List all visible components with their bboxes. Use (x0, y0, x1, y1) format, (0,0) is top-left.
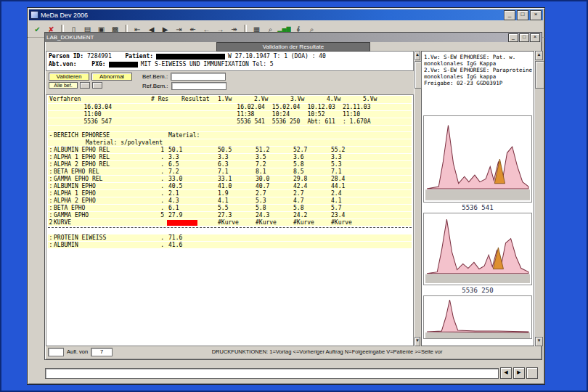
row-marker: : (48, 183, 54, 189)
command-input[interactable] (45, 368, 499, 379)
abnormal-button[interactable]: Abnormal (91, 73, 132, 81)
report-remark-input[interactable] (171, 73, 226, 81)
result-row[interactable]: :BETA EPHO.6.15.55.85.85.7 (48, 205, 412, 211)
densitometry-trace (427, 300, 528, 332)
report-content: 1.Vw: S-EW EPHORESE: Pat. w. monoklonale… (421, 51, 534, 346)
child-title-bar[interactable]: LAB_DOKUMENT _ □ × (45, 33, 542, 42)
result-row[interactable]: :ALBUMIN EPHO.40.541.040.742.444.1 (48, 183, 412, 189)
close-button[interactable]: × (530, 10, 542, 20)
result-row[interactable]: :PROTEIN EIWEISS.71.6 (48, 234, 412, 241)
scroll-right-icon[interactable]: ▶ (513, 367, 525, 379)
person-id-value: 7284991 (87, 53, 112, 60)
history-date: 10.12.03 (306, 104, 341, 110)
alert-result-cell[interactable] (167, 220, 197, 226)
history-value: 2.7 (292, 190, 330, 197)
scrollbar-thumb[interactable] (535, 61, 544, 89)
history-value: 4.7 (292, 197, 330, 204)
history-value: 7.1 (216, 168, 254, 175)
app-icon (30, 11, 38, 19)
date-row: 16.03.04 16.02.04 15.02.04 10.12.03 21.1… (48, 104, 412, 110)
current-result: 3.3 (167, 154, 216, 160)
test-name: KURVE (54, 219, 150, 226)
history-value: 55.2 (330, 147, 367, 153)
table-vertical-scrollbar[interactable]: ▲ ▼ (414, 51, 420, 346)
scrollbar-track[interactable] (415, 60, 420, 337)
history-value: 51.2 (254, 147, 292, 153)
option-button-1[interactable] (80, 82, 90, 89)
history-value: 4.1 (330, 197, 367, 204)
current-time: 11:00 (53, 111, 173, 118)
current-result: 7.2 (167, 168, 216, 175)
option-button-2[interactable] (92, 82, 102, 89)
scrollbar-track[interactable] (535, 60, 543, 337)
history-value: 40.7 (254, 183, 292, 189)
report-line: Freigabe: 02-23 GGD0391P (424, 80, 532, 86)
result-row[interactable]: :ALBUMIN EPHO REL150.150.551.252.755.2 (48, 147, 412, 153)
history-value: 24.3 (254, 212, 292, 219)
scroll-left-icon[interactable]: ◀ (500, 367, 512, 379)
person-id-label: Person ID: (49, 53, 83, 60)
pagination-label: Aufl. von (67, 348, 88, 355)
current-result: 71.6 (167, 234, 216, 241)
child-maximize-button[interactable]: □ (519, 33, 529, 42)
scroll-down-icon[interactable]: ▼ (415, 337, 420, 346)
result-row[interactable]: :ALPHA 1 EPHO REL.3.33.33.53.63.3 (48, 154, 412, 160)
electrophoresis-curve-1[interactable] (423, 115, 532, 203)
validate-button[interactable]: Validieren (49, 73, 89, 81)
history-value: 6.3 (216, 161, 254, 168)
current-result: 50.1 (167, 147, 216, 153)
section-extra: Material: (167, 132, 216, 139)
result-row[interactable]: :ALPHA 1 EPHO.2.11.92.72.72.4 (48, 190, 412, 197)
history-value: 2.7 (254, 190, 292, 197)
section-name: BEREICH EPHORESE (54, 132, 150, 139)
report-vertical-scrollbar[interactable]: ▲ ▼ (534, 51, 543, 346)
redacted-physician (109, 62, 138, 68)
scrollbar-thumb[interactable] (415, 61, 422, 89)
electrophoresis-curve-2[interactable] (423, 213, 532, 285)
all-results-button[interactable]: Alle bef. (49, 82, 78, 89)
child-window-title: LAB_DOKUMENT (46, 34, 507, 41)
history-value: 3.3 (216, 154, 254, 160)
history-value: 5.3 (330, 161, 367, 168)
child-close-button[interactable]: × (530, 33, 540, 42)
history-value: 50.5 (216, 147, 254, 153)
result-row[interactable]: :ALPHA 2 EPHO REL.6.56.37.25.85.3 (48, 161, 412, 168)
scroll-down-icon[interactable]: ▼ (535, 337, 543, 346)
row-marker: : (48, 147, 54, 153)
scroll-up-icon[interactable]: ▲ (415, 51, 420, 60)
action-controls: Validieren Abnormal Alle bef. Bef.Bem.: (46, 71, 414, 94)
history-time: 10:52 (306, 111, 341, 118)
row-marker: : (48, 190, 54, 197)
result-row[interactable]: :ALBUMIN.41.6 (48, 242, 412, 248)
command-extra-button[interactable] (526, 367, 538, 379)
department-label: Abt.von: (49, 61, 77, 68)
baseline-strip (425, 189, 530, 200)
validate-icon[interactable]: ✔ (30, 23, 44, 36)
result-row[interactable]: :ALPHA 2 EPHO.4.34.15.34.74.1 (48, 197, 412, 204)
page-indicator-box[interactable] (48, 348, 64, 356)
row-marker: : (48, 234, 54, 241)
result-count: . (150, 183, 167, 189)
history-value: 3.6 (292, 154, 330, 160)
page-count-box[interactable]: 7 (91, 348, 113, 356)
scroll-up-icon[interactable]: ▲ (535, 51, 543, 60)
history-value: 33.1 (216, 176, 254, 182)
electrophoresis-curve-3[interactable] (423, 295, 532, 339)
result-count: . (150, 190, 167, 197)
section-header-row: - BEREICH EPHORESE Material: (48, 132, 412, 139)
child-minimize-button[interactable]: _ (508, 33, 518, 42)
child-content: Person ID: 7284991 Patient:W 27.10.1947 … (45, 51, 542, 346)
result-row[interactable]: :BETA EPHO REL.7.27.18.18.57.1 (48, 168, 412, 175)
result-count: . (150, 168, 167, 175)
minimize-button[interactable]: _ (504, 10, 515, 20)
history-time: 11:10 (341, 111, 377, 118)
maximize-button[interactable]: □ (517, 10, 528, 20)
result-row[interactable]: :GAMMA EPHO REL.33.033.130.029.828.4 (48, 176, 412, 182)
history-value: 42.4 (292, 183, 330, 189)
result-row-curve[interactable]: 2KURVE#Kurve#Kurve#Kurve#Kurve (48, 219, 412, 226)
title-bar[interactable]: MeDa Dev 2006 _ □ × (29, 9, 543, 20)
densitometry-trace (427, 126, 528, 189)
result-row[interactable]: :GAMMA EPHO527.927.324.324.223.4 (48, 212, 412, 219)
reference-remark-input[interactable] (171, 82, 226, 90)
current-result: 6.1 (167, 205, 216, 211)
